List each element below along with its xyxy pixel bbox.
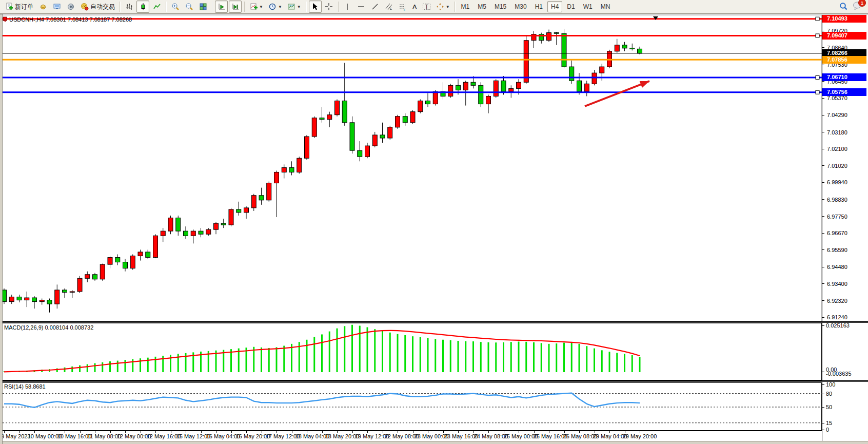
line-handle[interactable]: [816, 34, 819, 37]
zoom-in-button[interactable]: [169, 1, 182, 13]
fibonacci-button[interactable]: F: [397, 1, 409, 13]
time-label: 22 May 08:00: [385, 433, 419, 439]
price-tick-label: 7.01020: [827, 162, 847, 169]
chart-title: USDCNH-,H4 7.08301 7.08413 7.08187 7.082…: [9, 16, 132, 23]
time-label: 16 May 20:00: [236, 433, 270, 439]
arrows-icon: [436, 3, 445, 11]
arrows-button[interactable]: ▼: [434, 1, 452, 13]
horizontal-line-button[interactable]: [355, 1, 368, 13]
periods-button[interactable]: ▼: [266, 1, 284, 13]
line-handle[interactable]: [816, 90, 819, 94]
tf-MN[interactable]: MN: [597, 1, 614, 12]
rsi-axis-label: 50: [826, 403, 832, 411]
candlestick-chart-button[interactable]: [136, 1, 149, 13]
data-window-button[interactable]: [50, 1, 63, 13]
indicators-button[interactable]: ▼: [247, 1, 265, 13]
text-icon: A: [412, 3, 417, 11]
dropdown-caret[interactable]: ▼: [297, 5, 301, 9]
search-icon[interactable]: [839, 3, 847, 11]
dropdown-caret[interactable]: ▼: [278, 5, 282, 9]
line-handle[interactable]: [816, 75, 819, 79]
templates-button[interactable]: ▼: [285, 1, 303, 13]
new-order-button[interactable]: 新订单: [3, 1, 35, 13]
window-bottom-edge: [0, 441, 868, 444]
line-handle[interactable]: [816, 17, 819, 21]
separator: [306, 2, 306, 12]
toolbar: 新订单 自动交易: [0, 0, 868, 14]
price-badge-7.10493: 7.10493: [822, 15, 866, 23]
price-tick-label: 6.91240: [827, 314, 847, 321]
auto-trading-label: 自动交易: [90, 3, 115, 11]
time-axis[interactable]: 9 May 202310 May 00:0010 May 16:0011 May…: [0, 431, 868, 441]
crosshair-button[interactable]: [323, 1, 336, 13]
tf-M30[interactable]: M30: [511, 1, 530, 12]
line-chart-button[interactable]: [150, 1, 163, 13]
macd-pane[interactable]: [0, 323, 822, 380]
chart-window: USDCNH-,H4 7.08301 7.08413 7.08187 7.082…: [0, 14, 868, 444]
monitor-icon: [52, 3, 61, 11]
auto-scroll-button[interactable]: [215, 1, 228, 13]
tf-W1[interactable]: W1: [580, 1, 596, 12]
tf-H1[interactable]: H1: [531, 1, 546, 12]
text-label-icon: T: [422, 3, 431, 11]
equidistant-channel-button[interactable]: E: [383, 1, 396, 13]
time-label: 18 May 20:00: [325, 433, 360, 439]
macd-axis-label: 0.025163: [826, 322, 850, 329]
tf-M15[interactable]: M15: [491, 1, 510, 12]
macd-axis-label: -0.003635: [826, 370, 852, 377]
chart-shift-button[interactable]: [229, 1, 242, 13]
dropdown-caret[interactable]: ▼: [446, 5, 450, 9]
tf-D1[interactable]: D1: [563, 1, 578, 12]
pane-splitter[interactable]: [0, 321, 868, 323]
svg-text:T: T: [425, 4, 428, 10]
macd-label: MACD(12,26,9) 0.008104 0.008732: [4, 324, 93, 331]
price-tick-label: 7.03180: [827, 129, 847, 136]
rsi-axis-label: 80: [826, 390, 832, 397]
rsi-label: RSI(14) 58.8681: [4, 383, 46, 390]
channel-icon: E: [385, 3, 393, 11]
main-chart-pane[interactable]: [0, 15, 822, 321]
auto-trading-icon: [80, 3, 89, 11]
vertical-line-button[interactable]: [341, 1, 354, 13]
tile-windows-button[interactable]: [196, 1, 209, 13]
trendline-button[interactable]: [369, 1, 382, 13]
time-label: 10 May 16:00: [57, 433, 92, 439]
text-button[interactable]: A: [410, 1, 419, 13]
horizontal-line-icon: [357, 3, 366, 11]
cursor-button[interactable]: [309, 1, 322, 13]
cursor-icon: [311, 3, 320, 11]
dropdown-caret[interactable]: ▼: [259, 5, 263, 9]
text-label-button[interactable]: T: [420, 1, 433, 13]
separator: [166, 2, 166, 12]
bar-chart-icon: [125, 3, 133, 11]
price-tick-label: 6.92320: [827, 297, 847, 304]
vertical-line-icon: [343, 3, 352, 11]
chat-button[interactable]: 1: [853, 1, 863, 12]
price-badge-7.07856: 7.07856: [822, 56, 866, 64]
price-axis[interactable]: 7.097207.086407.075307.064507.053707.042…: [822, 15, 868, 441]
mt4-window: 新订单 自动交易: [0, 0, 868, 444]
zoom-out-button[interactable]: [183, 1, 195, 13]
price-badge-7.05756: 7.05756: [822, 88, 866, 96]
bar-chart-button[interactable]: [123, 1, 135, 13]
notification-badge: 1: [858, 0, 866, 7]
market-watch-button[interactable]: [36, 1, 49, 13]
auto-trading-button[interactable]: 自动交易: [78, 1, 117, 13]
time-label: 9 May 2023: [1, 433, 30, 439]
separator: [212, 2, 212, 12]
signals-button[interactable]: [64, 1, 77, 13]
pane-splitter[interactable]: [0, 380, 868, 382]
tf-H4[interactable]: H4: [547, 1, 562, 12]
price-tick-label: 6.95590: [827, 246, 847, 254]
rsi-pane[interactable]: [0, 382, 822, 431]
tf-M5[interactable]: M5: [474, 1, 490, 12]
time-label: 26 May 08:00: [563, 433, 598, 439]
rsi-axis-label: 100: [826, 381, 835, 388]
price-badge-7.06710: 7.06710: [822, 73, 866, 81]
toolbar-right: 1: [839, 1, 868, 12]
clock-icon: [268, 3, 277, 11]
svg-text:F: F: [404, 8, 406, 11]
tf-M1[interactable]: M1: [458, 1, 474, 12]
time-label: 25 May 16:00: [534, 433, 568, 439]
rsi-axis-label: 0: [826, 426, 829, 433]
